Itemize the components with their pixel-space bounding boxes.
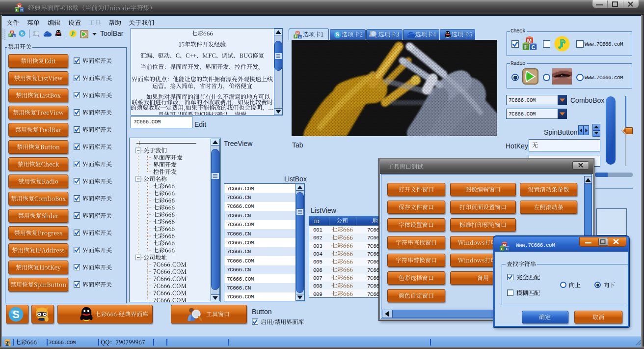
svg-text:F: F: [501, 247, 504, 251]
svg-text:F: F: [295, 35, 296, 38]
svg-text:S: S: [21, 31, 24, 36]
svg-text:C: C: [299, 35, 301, 38]
svg-text:C: C: [506, 247, 508, 251]
svg-text:F: F: [524, 44, 528, 50]
svg-text:F: F: [9, 34, 11, 37]
svg-text:S: S: [336, 31, 339, 37]
svg-text:C: C: [13, 34, 15, 37]
svg-text:C: C: [21, 8, 23, 12]
svg-text:F: F: [16, 8, 19, 12]
svg-text:S: S: [12, 308, 19, 320]
svg-text:C: C: [532, 44, 536, 50]
